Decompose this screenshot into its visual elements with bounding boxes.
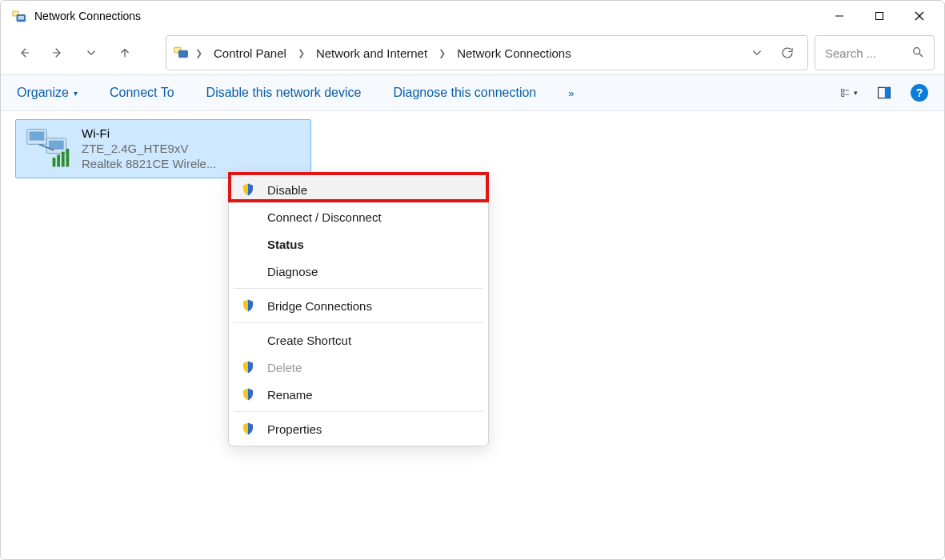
svg-rect-4 [876, 13, 883, 20]
connect-to-label: Connect To [110, 86, 174, 100]
ctx-bridge-label: Bridge Connections [267, 299, 372, 313]
network-folder-icon [12, 9, 26, 23]
network-adapter-icon [24, 126, 72, 170]
nav-row: ❯ Control Panel ❯ Network and Internet ❯… [1, 31, 944, 74]
svg-rect-26 [62, 152, 65, 167]
connect-to-button[interactable]: Connect To [110, 86, 174, 100]
address-bar[interactable]: ❯ Control Panel ❯ Network and Internet ❯… [166, 35, 808, 70]
address-dropdown-button[interactable] [743, 39, 771, 66]
svg-rect-14 [842, 94, 844, 96]
refresh-button[interactable] [774, 39, 801, 66]
shield-icon [240, 359, 256, 375]
breadcrumb-seg-control-panel[interactable]: Control Panel [209, 43, 291, 63]
ctx-rename[interactable]: Rename [229, 381, 488, 408]
chevron-right-icon[interactable]: ❯ [192, 48, 206, 58]
close-button[interactable] [899, 3, 939, 29]
search-placeholder: Search ... [825, 46, 876, 60]
svg-rect-20 [30, 131, 45, 140]
ctx-delete: Delete [229, 354, 488, 381]
ctx-status-label: Status [267, 238, 304, 251]
ctx-properties[interactable]: Properties [229, 415, 488, 442]
ctx-rename-label: Rename [267, 388, 313, 402]
ctx-diagnose-label: Diagnose [267, 265, 318, 278]
ctx-connect-label: Connect / Disconnect [267, 210, 382, 224]
ctx-create-shortcut[interactable]: Create Shortcut [229, 326, 488, 354]
ctx-separator [234, 322, 483, 323]
svg-rect-25 [57, 154, 60, 166]
chevron-down-icon: ▾ [74, 89, 78, 98]
breadcrumb-root-icon [173, 44, 189, 62]
svg-rect-18 [885, 87, 891, 98]
svg-rect-24 [53, 158, 56, 166]
connection-ssid: ZTE_2.4G_HTE9xV [82, 142, 216, 155]
breadcrumb-seg-network-connections[interactable]: Network Connections [452, 43, 576, 63]
back-button[interactable] [10, 39, 38, 66]
view-options-button[interactable]: ▾ [840, 84, 858, 102]
organize-menu[interactable]: Organize ▾ [17, 86, 78, 100]
connection-name: Wi-Fi [82, 126, 216, 140]
ctx-bridge[interactable]: Bridge Connections [229, 292, 488, 319]
svg-rect-27 [66, 149, 70, 167]
connection-item-wifi[interactable]: Wi-Fi ZTE_2.4G_HTE9xV Realtek 8821CE Wir… [15, 119, 311, 178]
diagnose-connection-button[interactable]: Diagnose this connection [393, 86, 536, 100]
window-title: Network Connections [34, 10, 141, 22]
ctx-properties-label: Properties [267, 422, 322, 436]
titlebar: Network Connections [1, 1, 944, 31]
recent-chevron-button[interactable] [78, 39, 105, 66]
ctx-separator [234, 411, 483, 412]
breadcrumb-seg-network-internet[interactable]: Network and Internet [311, 43, 432, 63]
help-button[interactable]: ? [911, 84, 928, 102]
ctx-delete-label: Delete [267, 361, 302, 374]
disable-device-label: Disable this network device [206, 86, 362, 100]
chevron-down-icon: ▾ [854, 89, 858, 97]
ctx-status[interactable]: Status [229, 230, 488, 258]
minimize-button[interactable] [819, 3, 859, 29]
ctx-separator [234, 288, 483, 289]
search-icon [911, 46, 924, 61]
ctx-shortcut-label: Create Shortcut [267, 334, 351, 347]
command-toolbar: Organize ▾ Connect To Disable this netwo… [1, 74, 944, 111]
context-menu: Disable Connect / Disconnect Status Diag… [228, 172, 489, 446]
up-button[interactable] [111, 39, 138, 66]
svg-rect-10 [179, 50, 188, 57]
maximize-button[interactable] [859, 3, 899, 29]
svg-line-12 [919, 54, 923, 57]
chevron-right-icon[interactable]: ❯ [435, 48, 449, 58]
disable-device-button[interactable]: Disable this network device [206, 86, 362, 100]
ctx-disable-label: Disable [267, 183, 307, 197]
chevron-right-icon[interactable]: ❯ [294, 48, 308, 58]
ctx-diagnose[interactable]: Diagnose [229, 258, 488, 285]
shield-icon [240, 298, 256, 314]
diagnose-label: Diagnose this connection [393, 86, 536, 100]
ctx-disable[interactable]: Disable [229, 176, 488, 203]
connection-adapter: Realtek 8821CE Wirele... [82, 157, 216, 170]
shield-icon [240, 386, 256, 402]
forward-button[interactable] [44, 39, 71, 66]
svg-rect-22 [49, 141, 64, 150]
svg-rect-2 [18, 16, 25, 20]
toolbar-overflow[interactable]: » [568, 87, 574, 99]
preview-pane-button[interactable] [875, 84, 893, 102]
search-input[interactable]: Search ... [815, 35, 935, 70]
ctx-connect-disconnect[interactable]: Connect / Disconnect [229, 203, 488, 230]
shield-icon [240, 421, 256, 437]
shield-icon [240, 182, 256, 198]
organize-label: Organize [17, 86, 69, 100]
svg-rect-13 [842, 90, 844, 92]
svg-point-11 [914, 47, 920, 54]
